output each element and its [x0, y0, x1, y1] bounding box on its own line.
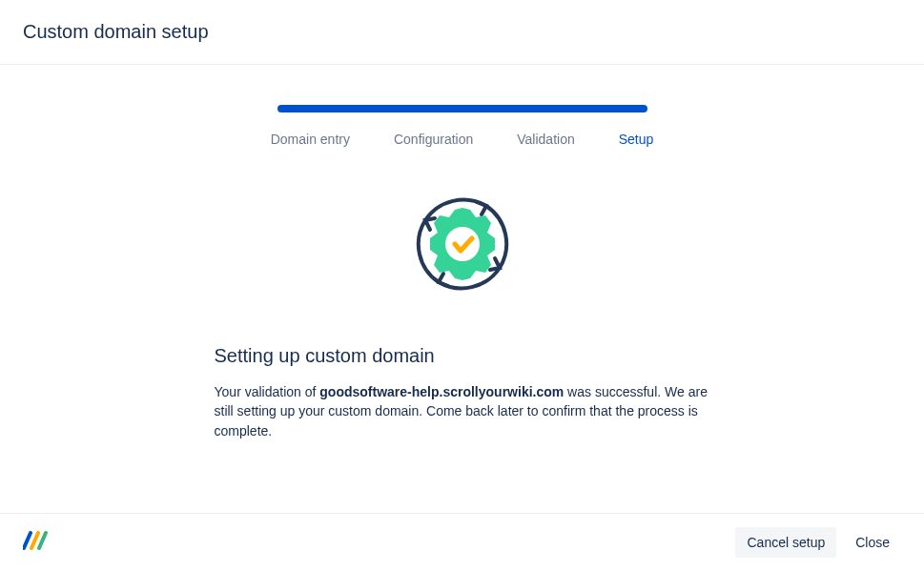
brand-logo-icon	[23, 531, 48, 554]
dialog-header: Custom domain setup	[0, 0, 924, 65]
desc-domain: goodsoftware-help.scrollyourwiki.com	[319, 384, 564, 399]
setup-in-progress-icon	[396, 177, 529, 315]
progress-bar	[277, 105, 647, 112]
dialog-footer: Cancel setup Close	[0, 513, 924, 571]
step-domain-entry: Domain entry	[271, 132, 350, 147]
status-heading: Setting up custom domain	[215, 345, 710, 367]
svg-point-0	[445, 227, 480, 261]
desc-prefix: Your validation of	[215, 384, 320, 399]
status-text-block: Setting up custom domain Your validation…	[215, 345, 710, 440]
step-validation: Validation	[517, 132, 574, 147]
cancel-setup-button[interactable]: Cancel setup	[735, 527, 836, 558]
page-title: Custom domain setup	[23, 21, 901, 43]
status-description: Your validation of goodsoftware-help.scr…	[215, 382, 710, 440]
close-button[interactable]: Close	[844, 527, 901, 558]
dialog-content: Domain entry Configuration Validation Se…	[0, 65, 924, 513]
step-configuration: Configuration	[394, 132, 473, 147]
step-setup: Setup	[619, 132, 654, 147]
wizard-steps: Domain entry Configuration Validation Se…	[271, 132, 654, 147]
